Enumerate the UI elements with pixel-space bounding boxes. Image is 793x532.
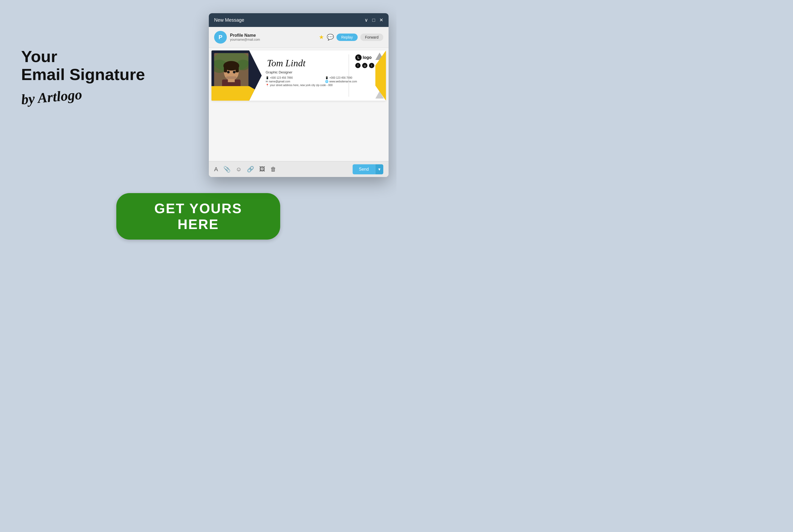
signature-card: Tom Lindt Graphic Designer 📱 +000 123 45… bbox=[211, 51, 386, 101]
instagram-icon: ◎ bbox=[362, 63, 367, 68]
byline: by Artlogo bbox=[21, 89, 148, 105]
headline-line1: Your bbox=[21, 47, 57, 65]
logo-label: logo bbox=[363, 55, 372, 60]
sig-phone2: 📱 +000 123 456 7890 bbox=[325, 76, 382, 79]
emoji-icon[interactable]: ☺ bbox=[236, 166, 242, 173]
sig-website: 🌐 www.websitename.com bbox=[325, 80, 382, 83]
profile-info: Profile Name yourname@mail.com bbox=[230, 33, 260, 41]
toolbar-icons: A 📎 ☺ 🔗 🖼 🗑 bbox=[214, 166, 276, 173]
facebook-icon: f bbox=[355, 63, 361, 68]
byline-text: by Artlogo bbox=[21, 86, 83, 108]
logo-icon: L bbox=[355, 54, 362, 61]
headline: Your Email Signature bbox=[21, 48, 148, 83]
website-text: www.websitename.com bbox=[329, 80, 357, 83]
sig-phone1: 📱 +000 123 456 7890 bbox=[266, 76, 322, 79]
sig-logo-text: L logo bbox=[355, 54, 381, 61]
font-icon[interactable]: A bbox=[214, 166, 218, 173]
send-button[interactable]: Send bbox=[353, 164, 375, 174]
cta-label: GET YOURS HERE bbox=[154, 201, 242, 232]
svg-point-10 bbox=[227, 71, 230, 73]
window-controls: ∨ □ ✕ bbox=[365, 17, 383, 23]
profile-name: Profile Name bbox=[230, 33, 260, 38]
action-buttons: ★ 💬 Replay Forward bbox=[319, 34, 383, 41]
svg-rect-9 bbox=[236, 66, 239, 72]
profile-email: yourname@mail.com bbox=[230, 38, 260, 41]
address-icon: 📍 bbox=[266, 84, 269, 87]
star-icon: ★ bbox=[319, 34, 324, 41]
window-title: New Message bbox=[214, 17, 244, 23]
forward-button[interactable]: Forward bbox=[360, 34, 383, 41]
delete-icon[interactable]: 🗑 bbox=[271, 166, 276, 173]
sig-job-title: Graphic Designer bbox=[266, 70, 382, 74]
replay-button[interactable]: Replay bbox=[336, 34, 358, 41]
send-group: Send ▼ bbox=[353, 164, 383, 174]
sig-contacts: 📱 +000 123 456 7890 📱 +000 123 456 7890 … bbox=[266, 76, 382, 87]
maximize-icon[interactable]: □ bbox=[372, 17, 375, 23]
email-window: New Message ∨ □ ✕ P Profile Name yournam… bbox=[209, 13, 389, 177]
phone1-icon: 📱 bbox=[266, 76, 269, 79]
sig-divider bbox=[349, 54, 349, 97]
sig-email: ✉ name@gmail.com bbox=[266, 80, 322, 83]
email-text: name@gmail.com bbox=[269, 80, 290, 83]
website-icon: 🌐 bbox=[325, 80, 328, 83]
phone2-icon: 📱 bbox=[325, 76, 328, 79]
minimize-icon[interactable]: ∨ bbox=[365, 17, 368, 23]
svg-rect-8 bbox=[224, 66, 227, 72]
sig-right-content: Tom Lindt Graphic Designer 📱 +000 123 45… bbox=[262, 51, 386, 101]
sig-yellow-bottom bbox=[211, 86, 262, 101]
title-bar: New Message ∨ □ ✕ bbox=[209, 13, 389, 27]
image-icon[interactable]: 🖼 bbox=[259, 166, 265, 173]
sig-left-shape bbox=[211, 51, 262, 101]
profile-section: P Profile Name yourname@mail.com bbox=[214, 31, 260, 43]
sig-address: 📍 your street address here, new york cit… bbox=[266, 84, 382, 87]
twitter-icon: t bbox=[369, 63, 374, 68]
svg-rect-12 bbox=[226, 76, 237, 79]
headline-line2: Email Signature bbox=[21, 65, 145, 83]
svg-text:Tom Lindt: Tom Lindt bbox=[267, 58, 306, 69]
attach-icon[interactable]: 📎 bbox=[223, 166, 230, 173]
left-section: Your Email Signature by Artlogo bbox=[21, 48, 148, 105]
email-content-area: Tom Lindt Graphic Designer 📱 +000 123 45… bbox=[209, 51, 389, 103]
link-icon[interactable]: 🔗 bbox=[247, 166, 254, 173]
email-header: P Profile Name yourname@mail.com ★ 💬 Rep… bbox=[209, 27, 389, 48]
cta-button[interactable]: GET YOURS HERE bbox=[116, 193, 280, 240]
phone1-text: +000 123 456 7890 bbox=[270, 76, 293, 79]
email-toolbar: A 📎 ☺ 🔗 🖼 🗑 Send ▼ bbox=[209, 161, 389, 177]
address-text: your street address here, new york city … bbox=[270, 84, 333, 87]
close-icon[interactable]: ✕ bbox=[379, 17, 383, 23]
email-icon: ✉ bbox=[266, 80, 268, 83]
svg-point-11 bbox=[233, 71, 236, 73]
avatar: P bbox=[214, 31, 227, 43]
chat-icon: 💬 bbox=[327, 34, 334, 41]
send-dropdown-button[interactable]: ▼ bbox=[375, 164, 383, 174]
